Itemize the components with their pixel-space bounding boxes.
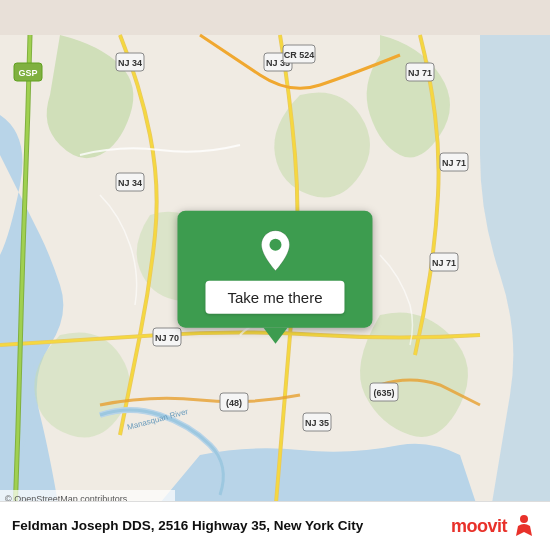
- place-name: Feldman Joseph DDS, 2516 Highway 35, New…: [12, 517, 363, 535]
- svg-text:NJ 34: NJ 34: [118, 178, 142, 188]
- moovit-logo[interactable]: moovit: [451, 512, 538, 540]
- location-pin-icon: [257, 229, 293, 273]
- map-container: NJ 34 NJ 34 NJ 34 NJ 35 NJ 35 NJ 35 NJ 7…: [0, 0, 550, 550]
- svg-text:GSP: GSP: [18, 68, 37, 78]
- place-info: Feldman Joseph DDS, 2516 Highway 35, New…: [12, 517, 363, 535]
- moovit-icon: [510, 512, 538, 540]
- popup-overlay: Take me there: [177, 211, 372, 328]
- svg-text:CR 524: CR 524: [284, 50, 315, 60]
- moovit-text: moovit: [451, 516, 507, 537]
- svg-text:(48): (48): [226, 398, 242, 408]
- svg-text:NJ 71: NJ 71: [442, 158, 466, 168]
- svg-text:NJ 71: NJ 71: [408, 68, 432, 78]
- svg-text:NJ 70: NJ 70: [155, 333, 179, 343]
- svg-text:(635): (635): [373, 388, 394, 398]
- svg-text:NJ 35: NJ 35: [305, 418, 329, 428]
- take-me-there-button[interactable]: Take me there: [205, 281, 344, 314]
- bottom-bar: Feldman Joseph DDS, 2516 Highway 35, New…: [0, 501, 550, 550]
- svg-text:NJ 34: NJ 34: [118, 58, 142, 68]
- svg-point-32: [269, 239, 281, 251]
- svg-point-33: [520, 515, 528, 523]
- svg-text:NJ 71: NJ 71: [432, 258, 456, 268]
- location-popup: Take me there: [177, 211, 372, 328]
